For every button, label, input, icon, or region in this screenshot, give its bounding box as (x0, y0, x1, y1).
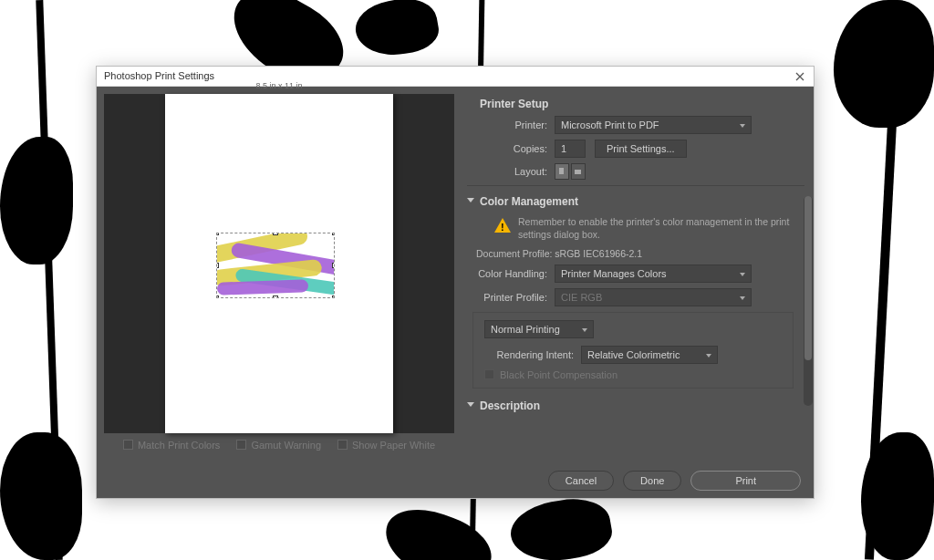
resize-handle[interactable] (216, 263, 219, 268)
printer-setup-header: Printer Setup (467, 94, 804, 116)
warning-icon (494, 218, 511, 233)
copies-label: Copies: (467, 143, 555, 154)
match-print-colors-checkbox[interactable]: Match Print Colors (123, 440, 220, 451)
checkbox-label: Match Print Colors (138, 440, 220, 451)
preview-panel: 8.5 in x 11 in (97, 87, 462, 464)
preview-paper: 8.5 in x 11 in (165, 94, 393, 433)
document-profile-label: Document Profile: sRGB IEC61966-2.1 (467, 246, 804, 264)
copies-input[interactable]: 1 (555, 140, 586, 158)
resize-handle[interactable] (273, 233, 278, 235)
rendering-intent-label: Rendering Intent: (481, 349, 581, 360)
resize-handle[interactable] (273, 296, 278, 298)
color-handling-dropdown[interactable]: Printer Manages Colors (555, 264, 752, 283)
print-settings-button[interactable]: Print Settings... (595, 140, 687, 158)
color-management-header[interactable]: Color Management (467, 192, 804, 213)
printing-mode-group: Normal Printing Rendering Intent: Relati… (472, 312, 794, 389)
printer-profile-label: Printer Profile: (467, 292, 555, 303)
printer-profile-dropdown[interactable]: CIE RGB (555, 288, 752, 306)
rendering-intent-dropdown[interactable]: Relative Colorimetric (581, 346, 718, 364)
scrollbar-thumb[interactable] (804, 196, 812, 360)
gamut-warning-checkbox[interactable]: Gamut Warning (236, 440, 321, 451)
layout-portrait-icon[interactable] (555, 163, 569, 180)
dialog-footer: Cancel Done Print (97, 464, 814, 498)
resize-handle[interactable] (216, 233, 219, 235)
settings-panel: Printer Setup Printer: Microsoft Print t… (462, 87, 814, 464)
black-point-compensation-checkbox[interactable]: Black Point Compensation (481, 369, 785, 380)
printer-label: Printer: (467, 119, 555, 130)
printing-mode-dropdown[interactable]: Normal Printing (484, 320, 594, 338)
layout-label: Layout: (467, 166, 555, 177)
paper-size-label: 8.5 in x 11 in (165, 81, 393, 90)
cancel-button[interactable]: Cancel (548, 471, 614, 491)
dialog-title: Photoshop Print Settings (104, 70, 214, 81)
preview-image-bounds[interactable] (216, 233, 335, 298)
checkbox-label: Black Point Compensation (500, 369, 617, 380)
print-button[interactable]: Print (690, 471, 801, 491)
preview-options: Match Print Colors Gamut Warning Show Pa… (104, 433, 454, 457)
done-button[interactable]: Done (623, 471, 681, 491)
color-management-warning: Remember to enable the printer's color m… (518, 215, 804, 241)
print-settings-dialog: Photoshop Print Settings 8.5 in x 11 in (96, 66, 815, 499)
settings-scrollbar[interactable] (804, 196, 813, 406)
checkbox-label: Gamut Warning (251, 440, 321, 451)
checkbox-label: Show Paper White (352, 440, 435, 451)
color-handling-label: Color Handling: (467, 268, 555, 279)
close-button[interactable] (792, 68, 808, 85)
print-preview-area[interactable]: 8.5 in x 11 in (104, 94, 454, 433)
layout-landscape-icon[interactable] (571, 163, 586, 180)
description-header[interactable]: Description (467, 396, 804, 418)
resize-handle[interactable] (332, 263, 335, 268)
resize-handle[interactable] (216, 296, 219, 298)
printer-dropdown[interactable]: Microsoft Print to PDF (555, 116, 752, 134)
resize-handle[interactable] (332, 296, 335, 298)
show-paper-white-checkbox[interactable]: Show Paper White (337, 440, 435, 451)
resize-handle[interactable] (332, 233, 335, 235)
close-icon (795, 72, 804, 81)
